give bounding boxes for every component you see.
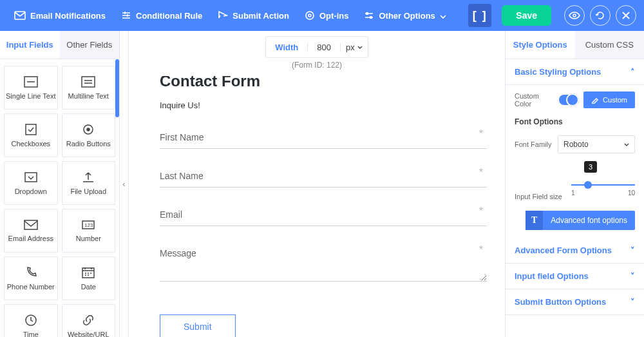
- slider-min: 1: [571, 189, 575, 197]
- tb-label: Other Options: [379, 11, 435, 21]
- field-label: Email Address: [8, 235, 53, 242]
- right-panel: Style Options Custom CSS Basic Styling O…: [505, 31, 644, 337]
- rule-icon: [121, 10, 131, 21]
- options-icon: [364, 10, 374, 21]
- tb-submit-action[interactable]: Submit Action: [211, 8, 296, 23]
- svg-point-5: [573, 14, 576, 17]
- section-advanced-form-options[interactable]: Advanced Form Options ˅: [506, 238, 644, 264]
- svg-rect-8: [26, 124, 36, 135]
- caret-down-icon: [624, 143, 629, 146]
- close-button[interactable]: [616, 5, 636, 26]
- tab-input-fields[interactable]: Input Fields: [0, 31, 60, 59]
- custom-color-toggle[interactable]: [559, 95, 578, 105]
- collapse-left-handle[interactable]: ‹: [120, 31, 129, 337]
- field-single-line-text[interactable]: Single Line Text: [4, 66, 58, 110]
- form-title[interactable]: Contact Form: [160, 76, 487, 90]
- svg-point-1: [306, 12, 314, 19]
- input-label: Message: [160, 248, 196, 258]
- field-time[interactable]: Time: [4, 304, 58, 337]
- left-panel: Input Fields Other Fields Single Line Te…: [0, 31, 120, 337]
- field-number[interactable]: 123Number: [62, 209, 116, 253]
- tb-label: Submit Action: [232, 11, 289, 21]
- left-scrollbar[interactable]: [115, 59, 119, 117]
- font-options-header: Font Options: [515, 117, 635, 126]
- message-textarea[interactable]: [160, 249, 487, 282]
- field-date[interactable]: Date: [62, 256, 116, 300]
- field-label: Number: [76, 235, 101, 242]
- chevron-down-icon: [440, 11, 446, 21]
- tb-optins[interactable]: Opt-ins: [298, 8, 355, 23]
- main: Input Fields Other Fields Single Line Te…: [0, 31, 644, 337]
- svg-point-2: [308, 14, 311, 17]
- field-label: Dropdown: [15, 188, 47, 195]
- topbar: Email Notifications Conditional Rule Sub…: [0, 0, 644, 31]
- field-radio-buttons[interactable]: Radio Buttons: [62, 113, 116, 157]
- field-file-upload[interactable]: File Upload: [62, 161, 116, 205]
- field-label: Single Line Text: [6, 92, 55, 100]
- optin-icon: [305, 10, 315, 21]
- svg-point-3: [366, 13, 368, 15]
- field-email-address[interactable]: Email Address: [4, 209, 58, 253]
- tb-label: Conditional Rule: [136, 11, 202, 21]
- pencil-icon: [591, 96, 599, 104]
- save-button[interactable]: Save: [502, 5, 551, 26]
- svg-rect-12: [24, 220, 37, 229]
- field-last-name[interactable]: Last Name*: [160, 172, 487, 188]
- width-control[interactable]: Width 800 px: [265, 36, 368, 58]
- field-phone-number[interactable]: Phone Number: [4, 256, 58, 300]
- font-family-label: Font Family: [515, 140, 551, 148]
- width-label: Width: [266, 43, 307, 52]
- tb-other-options[interactable]: Other Options: [357, 8, 452, 23]
- field-dropdown[interactable]: Dropdown: [4, 161, 58, 205]
- embed-code-button[interactable]: [ ]: [468, 4, 491, 27]
- width-value[interactable]: 800: [307, 43, 341, 52]
- reload-button[interactable]: [590, 5, 611, 26]
- input-size-slider[interactable]: 3 110: [571, 178, 635, 200]
- chevron-down-icon: ˅: [630, 271, 635, 281]
- chevron-down-icon: ˅: [630, 246, 635, 255]
- field-checkboxes[interactable]: Checkboxes: [4, 113, 58, 157]
- field-label: Multiline Text: [68, 92, 109, 100]
- custom-color-button[interactable]: Custom: [583, 91, 635, 108]
- form-subtitle[interactable]: Inquire Us!: [160, 101, 487, 110]
- preview-button[interactable]: [564, 5, 585, 26]
- right-tabs: Style Options Custom CSS: [506, 31, 644, 59]
- field-message[interactable]: Message*: [160, 249, 487, 284]
- width-unit[interactable]: px: [341, 43, 368, 52]
- tab-style-options[interactable]: Style Options: [506, 31, 575, 59]
- chevron-up-icon: ˄: [630, 67, 635, 77]
- font-family-select[interactable]: Roboto: [558, 135, 635, 153]
- tab-other-fields[interactable]: Other Fields: [60, 31, 120, 59]
- field-label: Checkboxes: [11, 140, 50, 148]
- basic-styling-body: Custom Color Custom Font Options Font Fa…: [506, 85, 644, 238]
- tb-conditional-rule[interactable]: Conditional Rule: [115, 8, 209, 23]
- canvas-toolbar: Width 800 px: [129, 31, 505, 58]
- section-basic-styling[interactable]: Basic Styling Options ˄: [506, 59, 644, 85]
- caret-down-icon: [357, 46, 363, 49]
- input-label: First Name: [160, 132, 204, 142]
- text-icon: T: [526, 211, 543, 230]
- section-submit-button-options[interactable]: Submit Button Options ˅: [506, 289, 644, 315]
- field-multiline-text[interactable]: Multiline Text: [62, 66, 116, 110]
- action-icon: [218, 10, 228, 21]
- required-icon: *: [479, 206, 483, 217]
- section-label: Input field Options: [515, 271, 589, 281]
- field-email[interactable]: Email*: [160, 211, 487, 226]
- svg-text:123: 123: [84, 222, 93, 228]
- section-input-field-options[interactable]: Input field Options ˅: [506, 264, 644, 289]
- chevron-down-icon: ˅: [630, 297, 635, 307]
- slider-thumb[interactable]: [584, 181, 592, 189]
- field-website-url[interactable]: Website/URL: [62, 304, 116, 337]
- field-first-name[interactable]: First Name*: [160, 133, 487, 149]
- tab-custom-css[interactable]: Custom CSS: [575, 31, 645, 59]
- form-id-label: (Form ID: 122): [129, 58, 505, 76]
- section-label: Advanced Form Options: [515, 246, 612, 255]
- canvas-panel: Width 800 px (Form ID: 122) Contact Form…: [129, 31, 505, 337]
- tb-email-notifications[interactable]: Email Notifications: [8, 8, 112, 23]
- advanced-font-options-button[interactable]: T Advanced font options: [526, 211, 635, 230]
- form-submit-button[interactable]: Submit: [160, 314, 236, 337]
- form-canvas[interactable]: Contact Form Inquire Us! First Name* Las…: [129, 76, 505, 337]
- field-label: File Upload: [70, 188, 106, 195]
- svg-rect-7: [82, 77, 95, 87]
- required-icon: *: [479, 128, 483, 140]
